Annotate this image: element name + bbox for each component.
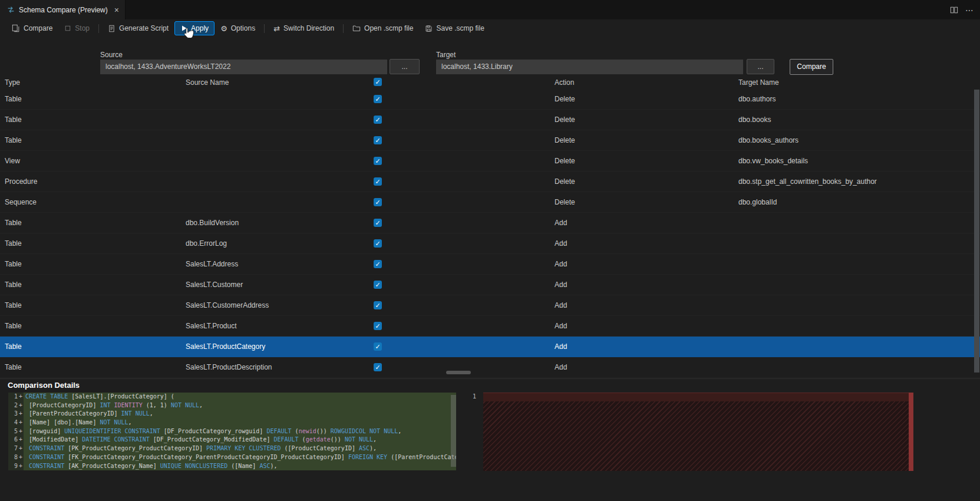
row-checkbox[interactable]: ✓: [374, 157, 382, 165]
table-row[interactable]: Table SalesLT.ProductCategory ✓ Add: [0, 337, 980, 357]
table-row[interactable]: View ✓ Delete dbo.vw_books_details: [0, 151, 980, 172]
diff-added-line: 3+ [ParentProductCategoryID] INT NULL,: [8, 410, 456, 418]
open-scmp-button[interactable]: Open .scmp file: [347, 21, 419, 35]
target-label: Target: [436, 51, 456, 59]
target-connection-field[interactable]: localhost, 1433.Library: [436, 60, 743, 74]
split-editor-icon[interactable]: [950, 6, 958, 14]
table-row[interactable]: Table SalesLT.CustomerAddress ✓ Add: [0, 295, 980, 316]
row-target-name: dbo.vw_books_details: [738, 151, 808, 172]
schema-compare-window: { "window": { "tab_title": "Schema Compa…: [0, 0, 980, 501]
compare-icon: [12, 24, 20, 32]
switch-direction-label: Switch Direction: [283, 24, 334, 32]
column-header-type[interactable]: Type: [5, 78, 20, 87]
details-divider: [0, 378, 980, 379]
script-file-icon: [108, 25, 116, 32]
diff-added-line: 9+ CONSTRAINT [AK_ProductCategory_Name] …: [8, 462, 456, 471]
row-checkbox[interactable]: ✓: [374, 260, 382, 268]
options-button[interactable]: ⚙ Options: [215, 21, 261, 35]
row-checkbox[interactable]: ✓: [374, 116, 382, 124]
table-row[interactable]: Table SalesLT.Address ✓ Add: [0, 254, 980, 275]
toolbar-separator: [343, 24, 344, 33]
schema-compare-icon: [7, 6, 15, 14]
row-action: Delete: [555, 130, 575, 151]
row-type: Table: [5, 213, 22, 233]
row-source-name: SalesLT.ProductDescription: [186, 357, 272, 378]
column-header-target[interactable]: Target Name: [738, 78, 779, 87]
row-checkbox[interactable]: ✓: [374, 219, 382, 227]
row-action: Add: [555, 357, 567, 378]
select-all-checkbox[interactable]: ✓: [374, 78, 382, 86]
more-actions-icon[interactable]: ⋯: [965, 5, 974, 15]
source-label: Source: [100, 51, 123, 59]
diff-added-line: 5+ [rowguid] UNIQUEIDENTIFIER CONSTRAINT…: [8, 427, 456, 436]
diff-added-line: 8+ CONSTRAINT [FK_ProductCategory_Produc…: [8, 453, 456, 462]
table-row[interactable]: Procedure ✓ Delete dbo.stp_get_all_cowri…: [0, 172, 980, 192]
table-row[interactable]: Table ✓ Delete dbo.books: [0, 110, 980, 130]
compare-toolbar-button[interactable]: Compare: [6, 21, 58, 35]
switch-arrows-icon: ⇄: [273, 25, 280, 32]
row-source-name: SalesLT.Product: [186, 316, 237, 337]
row-action: Add: [555, 254, 567, 275]
compare-label: Compare: [24, 24, 52, 32]
grid-vertical-scrollbar[interactable]: [974, 90, 979, 373]
row-source-name: dbo.ErrorLog: [186, 233, 227, 254]
row-target-name: dbo.books: [738, 110, 771, 130]
row-checkbox[interactable]: ✓: [374, 239, 382, 248]
column-header-source[interactable]: Source Name: [186, 78, 229, 87]
row-action: Add: [555, 295, 567, 316]
table-row[interactable]: Table SalesLT.Customer ✓ Add: [0, 275, 980, 295]
table-row[interactable]: Table ✓ Delete dbo.authors: [0, 89, 980, 110]
row-target-name: dbo.authors: [738, 89, 776, 110]
save-floppy-icon: [425, 25, 433, 32]
row-checkbox[interactable]: ✓: [374, 363, 382, 371]
close-icon[interactable]: ×: [114, 5, 119, 15]
row-type: View: [5, 151, 20, 172]
table-row[interactable]: Table dbo.ErrorLog ✓ Add: [0, 233, 980, 254]
switch-direction-button[interactable]: ⇄ Switch Direction: [268, 21, 340, 35]
row-checkbox[interactable]: ✓: [374, 281, 382, 289]
table-row[interactable]: Sequence ✓ Delete dbo.globalId: [0, 192, 980, 213]
row-action: Delete: [555, 89, 575, 110]
compare-action-button[interactable]: Compare: [790, 59, 833, 75]
row-type: Table: [5, 110, 22, 130]
table-row[interactable]: Table SalesLT.ProductDescription ✓ Add: [0, 357, 980, 378]
source-connection-field[interactable]: localhost, 1433.AdventureWorksLT2022: [100, 60, 387, 74]
row-checkbox[interactable]: ✓: [374, 95, 382, 103]
row-checkbox[interactable]: ✓: [374, 198, 382, 206]
row-action: Delete: [555, 110, 575, 130]
row-type: Table: [5, 89, 22, 110]
toolbar-separator: [98, 24, 99, 33]
tab-schema-compare[interactable]: Schema Compare (Preview) ×: [0, 0, 126, 19]
row-checkbox[interactable]: ✓: [374, 322, 382, 330]
source-browse-button[interactable]: ...: [390, 59, 420, 74]
grid-header: Type Source Name ✓ Action Target Name: [0, 77, 980, 89]
diff-editor-scrollbar[interactable]: [451, 395, 456, 467]
diff-source-editor[interactable]: 1+CREATE TABLE [SalesLT].[ProductCategor…: [8, 393, 456, 501]
diff-overview-ruler: [909, 393, 913, 471]
gear-icon: ⚙: [220, 25, 227, 32]
save-scmp-button[interactable]: Save .scmp file: [419, 21, 490, 35]
diff-added-line: 6+ [ModifiedDate] DATETIME CONSTRAINT [D…: [8, 436, 456, 444]
row-checkbox[interactable]: ✓: [374, 136, 382, 144]
apply-button[interactable]: Apply: [174, 21, 215, 35]
row-checkbox[interactable]: ✓: [374, 177, 382, 186]
tab-title: Schema Compare (Preview): [19, 6, 108, 14]
save-scmp-label: Save .scmp file: [436, 24, 484, 32]
table-row[interactable]: Table dbo.BuildVersion ✓ Add: [0, 213, 980, 233]
row-type: Table: [5, 337, 22, 357]
row-checkbox[interactable]: ✓: [374, 301, 382, 309]
generate-script-button[interactable]: Generate Script: [102, 21, 174, 35]
row-checkbox[interactable]: ✓: [374, 342, 382, 351]
row-target-name: dbo.stp_get_all_cowritten_books_by_autho…: [738, 172, 877, 192]
row-type: Procedure: [5, 172, 37, 192]
table-row[interactable]: Table ✓ Delete dbo.books_authors: [0, 130, 980, 151]
target-browse-button[interactable]: ...: [747, 59, 774, 74]
row-type: Table: [5, 295, 22, 316]
row-type: Table: [5, 130, 22, 151]
column-header-action[interactable]: Action: [555, 78, 574, 87]
open-scmp-label: Open .scmp file: [364, 24, 413, 32]
grid-horizontal-scrollbar[interactable]: [446, 371, 471, 374]
diff-target-editor[interactable]: 1: [466, 393, 913, 501]
table-row[interactable]: Table SalesLT.Product ✓ Add: [0, 316, 980, 337]
diff-added-line: 4+ [Name] [dbo].[Name] NOT NULL,: [8, 418, 456, 427]
